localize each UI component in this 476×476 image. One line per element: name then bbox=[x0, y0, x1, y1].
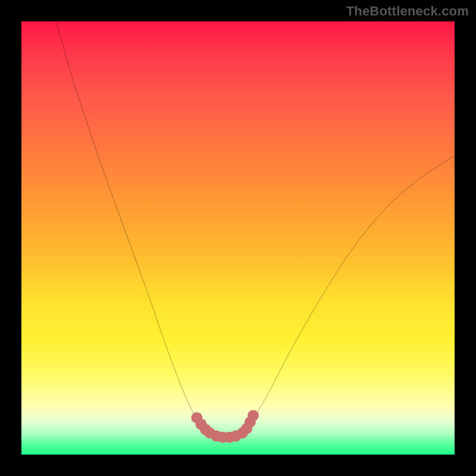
valley-marker-cluster bbox=[191, 410, 259, 443]
valley-marker-dot bbox=[248, 410, 259, 421]
bottleneck-curve-chart bbox=[21, 21, 455, 455]
watermark-text: TheBottleneck.com bbox=[346, 4, 469, 19]
curve-line bbox=[56, 21, 455, 437]
